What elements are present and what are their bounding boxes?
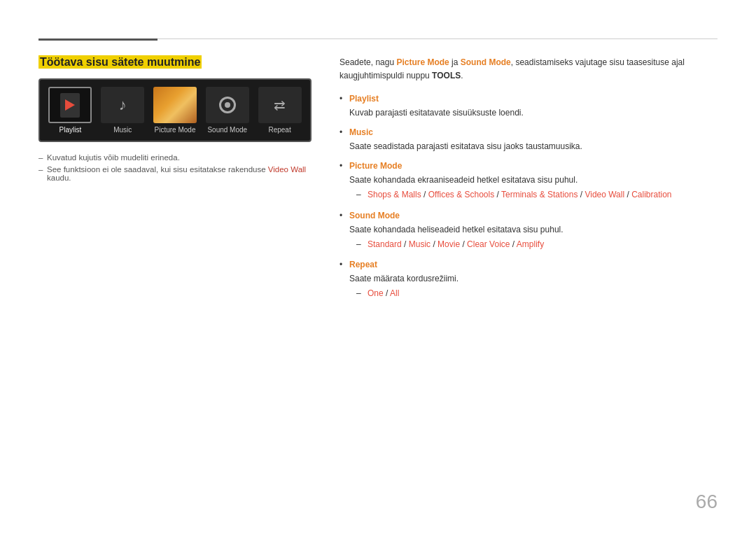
note-2-text-before: See funktsioon ei ole saadaval, kui sisu… — [47, 165, 268, 174]
sound-mode-sub-list: Standard / Music / Movie / Clear Voice /… — [349, 238, 718, 251]
sep3: / — [578, 190, 584, 199]
sep9: / — [384, 288, 390, 298]
sub-standard: Standard — [368, 239, 402, 249]
bullet-music: Music Saate seadistada parajasti esitata… — [340, 126, 718, 153]
media-item-picture-mode: Picture Mode — [152, 87, 199, 134]
intro-term-sound-mode: Sound Mode — [461, 57, 511, 67]
sep5: / — [402, 239, 409, 249]
bullet-desc-music: Saate seadistada parajasti esitatava sis… — [349, 140, 718, 153]
sound-mode-icon — [219, 97, 236, 113]
repeat-label: Repeat — [268, 126, 290, 134]
sep8: / — [510, 239, 516, 249]
sound-mode-sub-item: Standard / Music / Movie / Clear Voice /… — [356, 238, 718, 251]
page-number: 66 — [696, 491, 718, 513]
music-icon-box: ♪ — [101, 87, 144, 123]
section-title: Töötava sisu sätete muutmine — [38, 55, 202, 69]
bullet-heading-playlist: Playlist — [349, 92, 718, 105]
bullet-heading-sound-mode: Sound Mode — [349, 209, 718, 222]
bullet-desc-repeat: Saate määrata kordusrežiimi. — [349, 272, 718, 285]
bullet-playlist: Playlist Kuvab parajasti esitatavate sis… — [340, 92, 718, 119]
bullet-heading-repeat: Repeat — [349, 258, 718, 271]
bullet-heading-music: Music — [349, 126, 718, 139]
bullet-heading-picture-mode: Picture Mode — [349, 160, 718, 172]
right-column: Seadete, nagu Picture Mode ja Sound Mode… — [340, 56, 718, 307]
sub-one: One — [368, 288, 384, 298]
intro-term-picture-mode: Picture Mode — [396, 57, 449, 67]
note-1-text: Kuvatud kujutis võib mudeliti erineda. — [47, 153, 180, 162]
sep2: / — [494, 190, 501, 199]
music-icon: ♪ — [119, 96, 127, 114]
bullet-desc-sound-mode: Saate kohandada heliseadeid hetkel esita… — [349, 223, 718, 236]
repeat-sub-item: One / All — [356, 287, 718, 300]
picture-thumb — [153, 87, 197, 123]
note-2-link: Video Wall — [268, 165, 306, 174]
sep4: / — [624, 190, 631, 199]
sub-calibration: Calibration — [631, 190, 671, 199]
intro-before-1: Seadete, nagu — [340, 57, 396, 67]
play-triangle — [65, 99, 75, 111]
sub-clear-voice: Clear Voice — [467, 239, 510, 249]
sub-amplify: Amplify — [517, 239, 544, 249]
media-item-repeat: ⇄ Repeat — [256, 87, 303, 134]
notes-section: Kuvatud kujutis võib mudeliti erineda. S… — [38, 153, 312, 182]
note-2-text-after: kaudu. — [47, 174, 71, 182]
bullet-picture-mode: Picture Mode Saate kohandada ekraanisead… — [340, 160, 718, 202]
sub-terminals: Terminals & Stations — [501, 190, 578, 199]
note-item-2: See funktsioon ei ole saadaval, kui sisu… — [38, 165, 312, 182]
repeat-icon-box: ⇄ — [258, 87, 302, 123]
sound-mode-label: Sound Mode — [207, 126, 247, 134]
sep7: / — [460, 239, 467, 249]
note-item-1: Kuvatud kujutis võib mudeliti erineda. — [38, 153, 312, 162]
playlist-label: Playlist — [59, 126, 82, 134]
bullet-list: Playlist Kuvab parajasti esitatavate sis… — [340, 92, 718, 300]
bullet-sound-mode: Sound Mode Saate kohandada heliseadeid h… — [340, 209, 718, 251]
sub-all: All — [390, 288, 399, 298]
sound-inner-dot — [225, 102, 230, 108]
picture-mode-icon-box — [153, 87, 197, 123]
sound-mode-icon-box — [206, 87, 249, 123]
media-item-sound-mode: Sound Mode — [204, 87, 251, 134]
intro-between: ja — [449, 57, 461, 67]
sub-offices-schools: Offices & Schools — [428, 190, 495, 199]
media-player: Playlist ♪ Music Picture Mode — [38, 78, 312, 142]
bullet-desc-playlist: Kuvab parajasti esitatavate sisuüksuste … — [349, 106, 718, 119]
intro-term-tools: TOOLS — [432, 71, 461, 80]
music-label: Music — [113, 126, 132, 134]
repeat-sub-list: One / All — [349, 287, 718, 300]
media-item-playlist: Playlist — [47, 87, 94, 134]
media-item-music: ♪ Music — [99, 87, 146, 134]
sub-shops-malls: Shops & Malls — [368, 190, 421, 199]
intro-text: Seadete, nagu Picture Mode ja Sound Mode… — [340, 56, 718, 83]
repeat-icon: ⇄ — [274, 97, 286, 113]
intro-period: . — [461, 71, 463, 80]
playlist-icon — [60, 93, 80, 118]
sep1: / — [421, 190, 428, 199]
bullet-repeat: Repeat Saate määrata kordusrežiimi. One … — [340, 258, 718, 300]
bullet-desc-picture-mode: Saate kohandada ekraaniseadeid hetkel es… — [349, 174, 718, 186]
left-column: Töötava sisu sätete muutmine Playlist ♪ — [38, 56, 312, 307]
picture-mode-sub-item: Shops & Malls / Offices & Schools / Term… — [356, 188, 718, 202]
sub-video-wall: Video Wall — [584, 190, 624, 199]
sub-music: Music — [409, 239, 430, 249]
picture-mode-sub-list: Shops & Malls / Offices & Schools / Term… — [349, 188, 718, 202]
picture-mode-label: Picture Mode — [155, 126, 196, 134]
playlist-icon-box — [48, 87, 92, 123]
sep6: / — [430, 239, 438, 249]
sub-movie: Movie — [438, 239, 460, 249]
